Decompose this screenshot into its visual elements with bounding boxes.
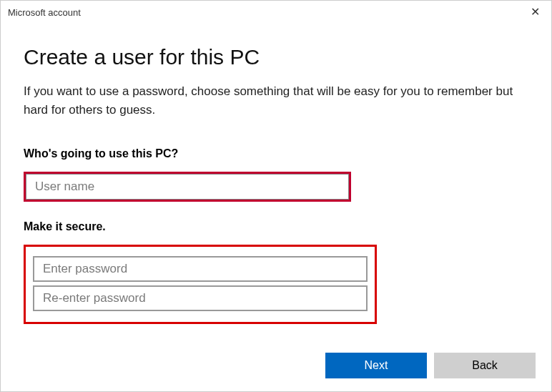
- page-subtitle: If you want to use a password, choose so…: [24, 82, 528, 119]
- username-input[interactable]: [26, 174, 349, 200]
- close-icon[interactable]: ✕: [526, 6, 544, 18]
- username-field-group: [24, 172, 528, 202]
- username-highlight-box: [24, 172, 351, 202]
- footer-buttons: Next Back: [325, 353, 536, 378]
- back-button[interactable]: Back: [434, 353, 536, 378]
- password-highlight-box: [24, 245, 377, 324]
- next-button[interactable]: Next: [325, 353, 427, 378]
- title-bar: Microsoft account ✕: [1, 1, 551, 21]
- content-area: Create a user for this PC If you want to…: [1, 21, 551, 324]
- username-section-label: Who's going to use this PC?: [24, 147, 528, 160]
- password-input[interactable]: [33, 256, 368, 282]
- reenter-password-input[interactable]: [33, 285, 368, 311]
- page-title: Create a user for this PC: [24, 45, 528, 69]
- password-section-label: Make it secure.: [24, 220, 528, 233]
- window-title: Microsoft account: [8, 7, 81, 18]
- dialog-window: Microsoft account ✕ Create a user for th…: [0, 0, 552, 392]
